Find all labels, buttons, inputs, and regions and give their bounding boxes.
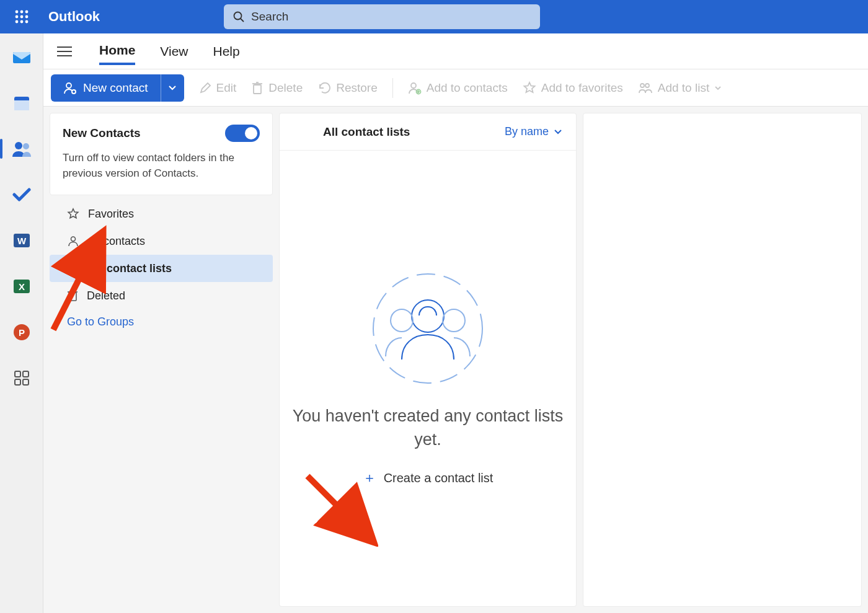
new-contacts-desc: Turn off to view contact folders in the … — [63, 151, 260, 181]
app-rail: W X P — [0, 33, 43, 613]
detail-panel — [583, 113, 862, 607]
people-icon — [12, 141, 32, 157]
new-contact-button[interactable]: New contact — [51, 74, 161, 102]
svg-marker-42 — [68, 209, 78, 218]
edit-button: Edit — [199, 81, 237, 95]
star-plus-icon — [523, 81, 536, 95]
svg-point-13 — [15, 142, 22, 149]
svg-point-43 — [71, 237, 76, 241]
rail-calendar[interactable] — [0, 89, 43, 117]
plus-icon: ＋ — [363, 469, 376, 487]
svg-point-44 — [69, 264, 74, 268]
svg-marker-39 — [524, 82, 534, 92]
rail-powerpoint[interactable]: P — [0, 319, 43, 346]
go-to-groups-link[interactable]: Go to Groups — [50, 309, 273, 335]
svg-point-51 — [391, 309, 413, 332]
create-contact-list-button[interactable]: ＋ Create a contact list — [363, 469, 494, 487]
rail-more-apps[interactable] — [0, 364, 43, 392]
add-to-contacts-button: Add to contacts — [408, 81, 508, 95]
tab-home[interactable]: Home — [99, 38, 135, 65]
svg-point-1 — [20, 11, 24, 14]
svg-point-9 — [234, 12, 242, 20]
nav-all-contact-lists[interactable]: All contact lists — [50, 255, 273, 282]
svg-point-6 — [16, 20, 19, 24]
check-icon — [12, 187, 31, 202]
trash-icon — [251, 81, 264, 95]
restore-icon — [317, 82, 331, 94]
delete-button: Delete — [251, 81, 303, 95]
svg-point-4 — [20, 15, 24, 19]
nav-deleted[interactable]: Deleted — [50, 282, 273, 309]
add-to-list-button: Add to list — [638, 81, 722, 95]
svg-rect-22 — [23, 371, 29, 377]
restore-button: Restore — [317, 81, 378, 95]
nav-all-contacts[interactable]: All contacts — [50, 227, 273, 255]
edit-icon — [199, 82, 211, 94]
tab-view[interactable]: View — [160, 39, 188, 64]
svg-point-52 — [443, 309, 465, 332]
svg-rect-24 — [23, 379, 29, 385]
powerpoint-icon: P — [12, 323, 31, 342]
trash-icon — [67, 289, 78, 302]
svg-point-45 — [74, 264, 78, 268]
svg-point-2 — [25, 11, 29, 14]
hamburger-icon[interactable] — [55, 42, 74, 61]
list-title: All contact lists — [323, 125, 410, 139]
app-launcher-icon[interactable] — [0, 0, 43, 33]
list-panel: All contact lists By name — [279, 113, 577, 607]
search-input[interactable] — [251, 10, 531, 24]
new-contacts-toggle[interactable] — [225, 125, 260, 142]
svg-point-50 — [412, 300, 444, 332]
svg-rect-32 — [254, 85, 261, 94]
svg-point-35 — [411, 83, 416, 88]
nav-favorites[interactable]: Favorites — [50, 200, 273, 227]
person-icon — [67, 235, 79, 247]
svg-point-14 — [23, 143, 29, 149]
svg-point-28 — [66, 83, 71, 88]
people-icon — [67, 263, 81, 274]
svg-point-8 — [25, 20, 29, 24]
rail-excel[interactable]: X — [0, 273, 43, 300]
tab-help[interactable]: Help — [213, 39, 240, 64]
sort-button[interactable]: By name — [505, 125, 562, 138]
rail-people[interactable] — [0, 135, 43, 162]
svg-point-3 — [16, 15, 19, 19]
rail-word[interactable]: W — [0, 227, 43, 254]
tabs-row: Home View Help — [43, 33, 868, 69]
svg-text:X: X — [18, 281, 24, 292]
svg-point-0 — [16, 11, 19, 14]
new-contact-split-button: New contact — [51, 74, 184, 102]
rail-todo[interactable] — [0, 181, 43, 208]
folder-nav: Favorites All contacts All contact lists… — [50, 200, 273, 335]
search-box[interactable] — [224, 4, 540, 29]
chevron-down-icon — [168, 85, 177, 91]
svg-point-49 — [373, 274, 482, 383]
new-contact-dropdown[interactable] — [161, 74, 184, 102]
svg-text:P: P — [18, 327, 24, 338]
svg-point-41 — [645, 84, 649, 87]
empty-state: You haven't created any contact lists ye… — [280, 151, 576, 606]
add-to-favorites-button: Add to favorites — [523, 81, 623, 95]
content-area: New Contacts Turn off to view contact fo… — [43, 107, 868, 613]
svg-rect-23 — [15, 379, 20, 385]
new-contacts-card: New Contacts Turn off to view contact fo… — [50, 113, 273, 195]
empty-illustration-icon — [366, 270, 490, 387]
person-plus-icon — [408, 81, 422, 95]
svg-rect-12 — [14, 100, 29, 110]
svg-line-10 — [241, 19, 244, 22]
mail-icon — [12, 48, 32, 66]
chevron-down-icon — [554, 129, 562, 135]
apps-grid-icon — [14, 370, 30, 386]
rail-mail[interactable] — [0, 43, 43, 71]
app-name: Outlook — [48, 9, 100, 25]
list-header: All contact lists By name — [280, 113, 576, 151]
title-bar: Outlook — [0, 0, 868, 33]
search-icon — [232, 11, 245, 23]
svg-rect-21 — [15, 371, 20, 377]
empty-message: You haven't created any contact lists ye… — [280, 405, 576, 452]
svg-point-40 — [640, 84, 644, 87]
calendar-icon — [12, 94, 31, 112]
ribbon: New contact Edit Delete Restore — [43, 69, 868, 107]
person-add-icon — [63, 81, 77, 95]
svg-text:W: W — [17, 236, 26, 246]
